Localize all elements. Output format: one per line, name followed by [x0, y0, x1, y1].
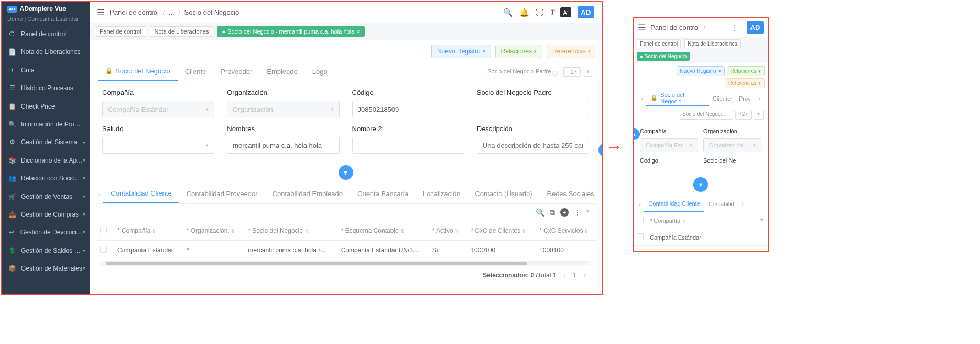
fullscreen-icon[interactable]: ⛶ — [536, 8, 543, 17]
tab-socio-negocio[interactable]: 🔒Socio del Negocio — [646, 91, 708, 106]
subtab-cont-empleado[interactable]: Contabilidad Empleado — [265, 185, 350, 203]
translate-icon[interactable]: Az — [560, 7, 571, 17]
tab-cliente[interactable]: Cliente — [178, 62, 213, 81]
subtab-scroll-left[interactable]: ‹ — [95, 190, 103, 198]
mini-view-tab-2[interactable]: ● Socio del Negocio — [637, 52, 690, 61]
close-icon[interactable]: × — [356, 28, 360, 35]
nombre2-input[interactable] — [352, 137, 464, 154]
search-icon[interactable]: 🔍 — [536, 208, 545, 217]
sidebar-item-10[interactable]: 📥Gestión de Compras▾ — [2, 206, 90, 223]
mini-view-tab-0[interactable]: Panel de control — [637, 39, 681, 48]
th-cxc-serv[interactable]: * CxC Servicios⇅ — [534, 221, 596, 241]
h-scrollbar[interactable] — [100, 261, 591, 266]
new-record-button[interactable]: Nuevo Registro▾ — [677, 66, 725, 76]
pager-page[interactable]: 1 — [573, 272, 576, 279]
desc-input[interactable] — [477, 137, 589, 154]
padre-chev[interactable]: ▾ — [583, 67, 593, 77]
hamburger-icon[interactable]: ☰ — [638, 23, 645, 33]
sidebar-item-2[interactable]: ✈Guía — [2, 61, 90, 79]
th-compania[interactable]: * Compañía⇅ — [112, 221, 181, 241]
references-button[interactable]: Referencias▾ — [547, 45, 596, 58]
checkbox-row[interactable] — [637, 233, 644, 240]
subtab-cont-cliente[interactable]: Contabilidad Cliente — [103, 184, 179, 203]
pager-prev[interactable]: ‹ — [561, 271, 568, 280]
subtab-scroll-right[interactable]: › — [738, 200, 747, 208]
subtab-cuenta[interactable]: Cuenta Bancaria — [350, 185, 416, 203]
chevron-down-icon[interactable]: ▾ — [586, 208, 589, 217]
breadcrumb-root[interactable]: Panel de control — [110, 8, 159, 16]
table-row[interactable]: Compañía Estándar * mercantil puma c.a. … — [95, 241, 596, 260]
tab-prov[interactable]: Prov — [735, 91, 755, 106]
view-tab-1[interactable]: Nota de Liberaciones — [150, 26, 214, 37]
padre-select[interactable]: Socio del Negocio P... — [679, 110, 733, 120]
table-row[interactable]: Compañía Estándar — [634, 229, 768, 246]
sidebar-item-7[interactable]: 📚Diccionario de la Aplicación▾ — [2, 152, 90, 169]
compania-select[interactable]: Compañía Est▾ — [640, 138, 698, 152]
view-tab-2[interactable]: ● Socio del Negocio - mercantil puma c.a… — [217, 26, 364, 37]
th-compania[interactable]: * Compañía⇅ — [647, 212, 757, 229]
subtab-contacto[interactable]: Contacto (Usuario) — [467, 185, 539, 203]
padre-count-chip[interactable]: +27 — [735, 110, 752, 120]
padre-chev[interactable]: ▾ — [754, 110, 764, 120]
hamburger-icon[interactable]: ☰ — [97, 7, 104, 17]
sidebar-item-12[interactable]: 💲Gestión de Saldos Pendie...▾ — [2, 242, 90, 260]
rtab-scroll-left[interactable]: ‹ — [638, 94, 646, 102]
th-socio[interactable]: * Socio del Negocio⇅ — [243, 221, 335, 241]
references-button[interactable]: Referencias▾ — [725, 78, 765, 88]
sidebar-item-3[interactable]: ☰Histórico Procesos — [2, 79, 90, 97]
sidebar-item-11[interactable]: ↩Gestión de Devoluciones▾ — [2, 223, 90, 241]
view-tab-0[interactable]: Panel de control — [95, 26, 146, 37]
pager-next[interactable]: › — [754, 249, 759, 252]
nombres-input[interactable] — [227, 137, 339, 154]
logo-badge-top[interactable]: AD — [747, 22, 764, 34]
subtab-cont-cliente[interactable]: Contabilidad Cliente — [644, 196, 704, 212]
relations-button[interactable]: Relaciones▾ — [495, 45, 542, 58]
relations-button[interactable]: Relaciones▾ — [727, 66, 765, 76]
fontsize-icon[interactable]: 𝙏 — [550, 8, 554, 17]
new-record-button[interactable]: Nuevo Registro▾ — [431, 45, 491, 58]
subtab-redes[interactable]: Redes Sociales — [540, 185, 602, 203]
info-fab[interactable]: ⓘ — [598, 143, 603, 157]
org-select[interactable]: Organización▾ — [703, 138, 761, 152]
padre-count-chip[interactable]: +27 — [563, 67, 581, 77]
new-icon[interactable]: ⧉ — [550, 208, 555, 217]
subtab-acceso[interactable]: Acceso Socio del Negocio — [602, 185, 603, 203]
sidebar-item-13[interactable]: 📦Gestión de Materiales▾ — [2, 260, 90, 277]
org-select[interactable]: Organización▾ — [227, 101, 339, 117]
tab-empleado[interactable]: Empleado — [259, 62, 305, 81]
checkbox-all[interactable] — [100, 227, 107, 233]
th-activo[interactable]: * Activo⇅ — [427, 221, 466, 241]
subtab-localizacion[interactable]: Localización — [416, 185, 468, 203]
sidebar-item-0[interactable]: ⏱Panel de control — [2, 25, 90, 43]
sidebar-item-6[interactable]: ⚙Gestión del Sistema▾ — [2, 133, 90, 151]
pager-prev[interactable]: ‹ — [734, 249, 740, 252]
subtab-scroll-left[interactable]: ‹ — [636, 200, 644, 208]
compania-select[interactable]: Compañía Estándar▾ — [102, 101, 214, 117]
pager-page[interactable]: 1 — [745, 250, 748, 252]
th-org[interactable]: * Organización.⇅ — [181, 221, 243, 241]
subtab-cont-proveedor[interactable]: Contabilidad Proveedor — [179, 185, 265, 203]
padre-select[interactable]: Socio del Negocio Padre ◯ — [484, 67, 561, 77]
th-cxc-clientes[interactable]: * CxC de Clientes⇅ — [465, 221, 534, 241]
sidebar-item-5[interactable]: 🔍Información de Producto — [2, 115, 90, 133]
kebab-icon[interactable]: ⋮ — [731, 24, 738, 32]
rtab-scroll-right[interactable]: › — [755, 94, 764, 102]
codigo-input[interactable] — [352, 101, 464, 117]
tab-logo[interactable]: Logo — [305, 62, 335, 81]
padre-select-field[interactable] — [477, 101, 589, 117]
subtab-more[interactable]: Contabilid — [704, 197, 738, 211]
add-icon[interactable]: + — [560, 208, 569, 217]
th-esquema[interactable]: * Esquema Contable⇅ — [336, 221, 427, 241]
sidebar-item-4[interactable]: 📋Check Price — [2, 98, 90, 115]
tab-cliente[interactable]: Cliente — [709, 91, 735, 106]
search-icon[interactable]: 🔍 — [503, 8, 513, 17]
tab-socio-negocio[interactable]: 🔒Socio del Negocio — [98, 62, 178, 81]
sidebar-item-1[interactable]: 📄Nota de Liberaciones — [2, 43, 90, 61]
logo-badge-top[interactable]: AD — [578, 6, 594, 18]
sidebar-item-8[interactable]: 👥Relación con Socios del N...▾ — [2, 169, 90, 187]
checkbox-all[interactable] — [637, 217, 644, 223]
pager-next[interactable]: › — [582, 271, 588, 280]
bell-icon[interactable]: 🔔 — [519, 8, 529, 17]
kebab-icon[interactable]: ⋮ — [574, 208, 581, 217]
saludo-select[interactable]: ▾ — [102, 137, 214, 154]
